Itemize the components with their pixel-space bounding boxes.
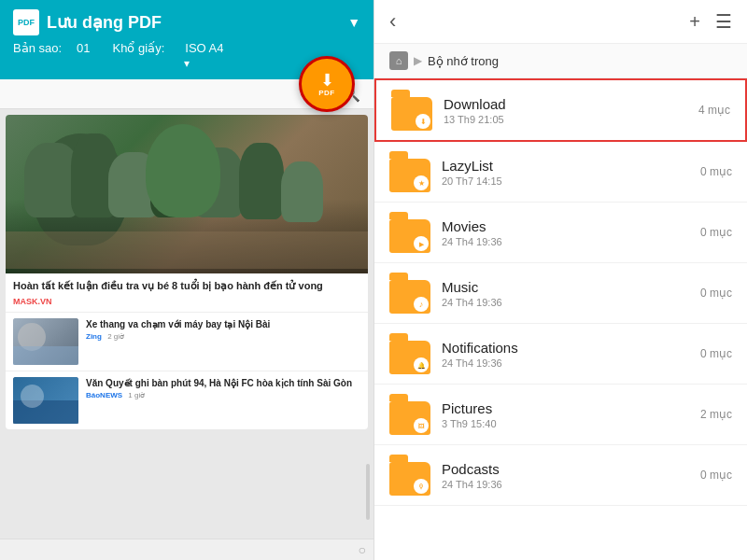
folder-podcasts-date: 24 Th4 19:36 — [442, 479, 700, 490]
movies-badge-icon — [419, 239, 424, 248]
folder-music[interactable]: Music 24 Th4 19:36 0 mục — [374, 263, 747, 324]
right-header: ‹ + ☰ — [374, 0, 747, 44]
scroll-indicator[interactable] — [366, 464, 370, 520]
article-item-2[interactable]: Văn Quyết ghi bàn phút 94, Hà Nội FC hòa… — [6, 371, 368, 429]
main-article[interactable]: Hoàn tất kết luận điều tra vụ bé 8 tuổi … — [6, 115, 368, 312]
article-2-source: BáoNEWS — [86, 391, 122, 399]
folder-notifications[interactable]: Notifications 24 Th4 19:36 0 mục — [374, 324, 747, 385]
folder-notifications-date: 24 Th4 19:36 — [442, 357, 700, 369]
header-title: Lưu dạng PDF — [47, 12, 347, 33]
article-1-image — [13, 318, 78, 365]
folder-podcasts[interactable]: Podcasts 24 Th4 19:36 0 mục — [374, 445, 747, 506]
folder-icon-download — [391, 90, 432, 131]
main-article-title: Hoàn tất kết luận điều tra vụ bé 8 tuổi … — [6, 273, 368, 297]
back-button[interactable]: ‹ — [389, 9, 396, 34]
folder-podcasts-count: 0 mục — [700, 469, 732, 482]
header-actions: + ☰ — [689, 10, 732, 33]
folder-icon-music — [389, 273, 430, 314]
folder-download-date: 13 Th9 21:05 — [444, 114, 698, 125]
folder-download-count: 4 mục — [698, 104, 730, 117]
folder-music-date: 24 Th4 19:36 — [442, 297, 700, 308]
notif-badge-icon — [417, 360, 426, 370]
circle-icon: ○ — [359, 542, 366, 557]
folder-pictures-date: 3 Th9 15:40 — [442, 418, 700, 429]
podcasts-badge-icon — [418, 482, 425, 491]
folder-notifications-count: 0 mục — [700, 347, 732, 360]
article-1-source: Zing — [86, 332, 102, 341]
folder-lazylist-name: LazyList — [442, 158, 700, 174]
folder-icon-podcasts — [389, 455, 430, 496]
folder-music-name: Music — [442, 279, 700, 295]
download-badge-icon — [420, 117, 427, 126]
left-panel: PDF Lưu dạng PDF ▼ Bản sao: 01 Khổ giấy:… — [0, 0, 374, 560]
add-icon[interactable]: + — [689, 11, 700, 33]
folder-lazylist-count: 0 mục — [700, 165, 732, 178]
pdf-header: PDF Lưu dạng PDF ▼ Bản sao: 01 Khổ giấy:… — [0, 0, 374, 79]
breadcrumb-path: Bộ nhớ trong — [428, 54, 499, 68]
folder-movies-info: Movies 24 Th4 19:36 — [442, 218, 700, 247]
pdf-icon: PDF — [13, 9, 39, 35]
dropdown-arrow-icon[interactable]: ▼ — [347, 15, 360, 30]
folder-lazylist[interactable]: LazyList 20 Th7 14:15 0 mục — [374, 142, 747, 203]
folder-notifications-name: Notifications — [442, 340, 700, 356]
folder-download[interactable]: Download 13 Th9 21:05 4 mục — [374, 78, 747, 142]
folder-podcasts-info: Podcasts 24 Th4 19:36 — [442, 461, 700, 490]
music-badge-icon — [419, 300, 424, 309]
folder-icon-movies — [389, 212, 430, 253]
download-arrow-icon: ⬇ — [320, 72, 334, 89]
right-panel: ‹ + ☰ ⌂ ▶ Bộ nhớ trong Download 13 Th9 — [374, 0, 747, 560]
folder-icon-lazylist — [389, 151, 430, 192]
main-article-source: MASK.VN — [6, 297, 368, 312]
folder-icon-notifications — [389, 333, 430, 374]
lazy-badge-icon — [418, 178, 425, 188]
article-1-title: Xe thang va chạm với máy bay tại Nội Bài — [86, 318, 360, 330]
main-article-image — [6, 115, 368, 273]
pictures-badge-icon — [418, 421, 425, 430]
folder-lazylist-date: 20 Th7 14:15 — [442, 175, 700, 187]
collapse-icon[interactable]: ▾ — [184, 57, 190, 70]
folder-music-count: 0 mục — [700, 287, 732, 300]
copies-value: 01 — [77, 41, 90, 55]
folder-pictures-name: Pictures — [442, 400, 700, 416]
article-2-time: 1 giờ — [128, 391, 145, 399]
content-area: 👤 🔍 Hoàn tất kết luận điều tra — [0, 79, 374, 539]
save-pdf-button[interactable]: ⬇ PDF — [299, 56, 355, 112]
article-1-time: 2 giờ — [107, 332, 124, 341]
article-2-text: Văn Quyết ghi bàn phút 94, Hà Nội FC hòa… — [86, 377, 360, 424]
folder-download-info: Download 13 Th9 21:05 — [444, 96, 698, 125]
folder-list: Download 13 Th9 21:05 4 mục LazyList 20 … — [374, 78, 747, 560]
folder-podcasts-name: Podcasts — [442, 461, 700, 477]
folder-icon-pictures — [389, 394, 430, 435]
breadcrumb: ⌂ ▶ Bộ nhớ trong — [374, 44, 747, 78]
pdf-button-label: PDF — [318, 89, 335, 97]
folder-movies-count: 0 mục — [700, 226, 732, 239]
folder-music-info: Music 24 Th4 19:36 — [442, 279, 700, 308]
article-1-text: Xe thang va chạm với máy bay tại Nội Bài… — [86, 318, 360, 365]
home-icon[interactable]: ⌂ — [389, 51, 408, 70]
article-2-image — [13, 377, 78, 424]
folder-movies-name: Movies — [442, 218, 700, 234]
folder-notifications-info: Notifications 24 Th4 19:36 — [442, 340, 700, 369]
paper-value: ISO A4 — [185, 41, 223, 55]
paper-label: Khổ giấy: — [113, 41, 165, 55]
folder-lazylist-info: LazyList 20 Th7 14:15 — [442, 158, 700, 187]
folder-pictures-info: Pictures 3 Th9 15:40 — [442, 400, 700, 429]
save-pdf-button-wrapper: ⬇ PDF — [299, 56, 355, 112]
article-list: Hoàn tất kết luận điều tra vụ bé 8 tuổi … — [6, 115, 368, 429]
article-2-title: Văn Quyết ghi bàn phút 94, Hà Nội FC hòa… — [86, 377, 360, 389]
folder-download-name: Download — [444, 96, 698, 112]
copies-label: Bản sao: — [13, 41, 62, 55]
folder-movies[interactable]: Movies 24 Th4 19:36 0 mục — [374, 203, 747, 263]
menu-icon[interactable]: ☰ — [715, 10, 732, 33]
folder-pictures-count: 2 mục — [700, 408, 732, 421]
article-item-1[interactable]: Xe thang va chạm với máy bay tại Nội Bài… — [6, 312, 368, 371]
folder-pictures[interactable]: Pictures 3 Th9 15:40 2 mục — [374, 385, 747, 445]
breadcrumb-separator: ▶ — [414, 54, 422, 67]
left-footer: ○ — [0, 539, 374, 560]
folder-movies-date: 24 Th4 19:36 — [442, 236, 700, 247]
